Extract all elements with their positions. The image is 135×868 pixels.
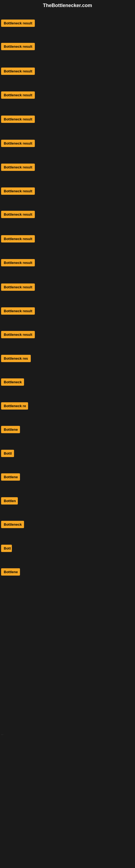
bottleneck-badge: Bottleneck result bbox=[1, 116, 35, 123]
bottleneck-row: Bottleneck result bbox=[0, 233, 135, 246]
page-container: TheBottlenecker.com Bottleneck resultBot… bbox=[0, 0, 135, 868]
bottleneck-row: Bottleneck result bbox=[0, 161, 135, 174]
bottleneck-row: Bottleneck bbox=[0, 519, 135, 531]
bottleneck-badge: Bottleneck result bbox=[1, 211, 35, 218]
bottleneck-badge: Bottlene bbox=[1, 426, 20, 433]
bottleneck-badge: Bottleneck result bbox=[1, 283, 35, 291]
bottleneck-row: Bott bbox=[0, 542, 135, 555]
bottleneck-badge: Bottlene bbox=[1, 473, 20, 480]
bottleneck-row: Bottleneck result bbox=[0, 89, 135, 102]
bottleneck-row: Bottleneck result bbox=[0, 41, 135, 54]
bottleneck-row: Bottleneck result bbox=[0, 281, 135, 294]
bottleneck-badge: Bottleneck res bbox=[1, 355, 31, 362]
bottleneck-row: Bottleneck result bbox=[0, 185, 135, 198]
bottleneck-row: Bottlene bbox=[0, 424, 135, 436]
bottleneck-badge: Bottlene bbox=[1, 568, 20, 576]
bottleneck-row: Bottl bbox=[0, 447, 135, 460]
bottleneck-badge: Bott bbox=[1, 545, 12, 552]
bottleneck-badge: Bottleneck result bbox=[1, 20, 35, 27]
bottleneck-row: Bottleneck res bbox=[0, 352, 135, 365]
bottleneck-badge: Bottleneck re bbox=[1, 402, 28, 410]
bottleneck-badge: Bottleneck bbox=[1, 521, 24, 528]
bottleneck-badge: Bottleneck result bbox=[1, 307, 35, 315]
bottleneck-row: Bottleneck result bbox=[0, 18, 135, 30]
bottleneck-badge: Bottleneck result bbox=[1, 187, 35, 195]
footer-text: ... bbox=[1, 733, 3, 735]
bottleneck-row: Bottlen bbox=[0, 495, 135, 508]
bottleneck-badge: Bottleneck bbox=[1, 378, 24, 386]
bottleneck-row: Bottleneck re bbox=[0, 400, 135, 413]
bottleneck-row: Bottleneck result bbox=[0, 65, 135, 78]
bottleneck-badge: Bottleneck result bbox=[1, 259, 35, 267]
bottleneck-badge: Bottleneck result bbox=[1, 43, 35, 50]
bottleneck-row: Bottlene bbox=[0, 471, 135, 484]
bottleneck-badge: Bottleneck result bbox=[1, 331, 35, 338]
bottleneck-row: Bottleneck result bbox=[0, 137, 135, 150]
site-title: TheBottlenecker.com bbox=[0, 0, 135, 10]
bottleneck-badge: Bottlen bbox=[1, 497, 18, 504]
bottleneck-row: Bottleneck bbox=[0, 376, 135, 389]
bottleneck-badge: Bottleneck result bbox=[1, 163, 35, 171]
bottleneck-row: Bottleneck result bbox=[0, 209, 135, 221]
bottleneck-row: Bottleneck result bbox=[0, 329, 135, 341]
bottleneck-row: Bottlene bbox=[0, 566, 135, 579]
bottleneck-badge: Bottleneck result bbox=[1, 140, 35, 147]
bottleneck-badge: Bottleneck result bbox=[1, 235, 35, 243]
bottleneck-row: Bottleneck result bbox=[0, 113, 135, 126]
bottleneck-badge: Bottleneck result bbox=[1, 67, 35, 75]
bottleneck-badge: Bottleneck result bbox=[1, 91, 35, 99]
bottleneck-row: Bottleneck result bbox=[0, 305, 135, 318]
bottleneck-row: Bottleneck result bbox=[0, 257, 135, 270]
bottleneck-badge: Bottl bbox=[1, 450, 14, 457]
